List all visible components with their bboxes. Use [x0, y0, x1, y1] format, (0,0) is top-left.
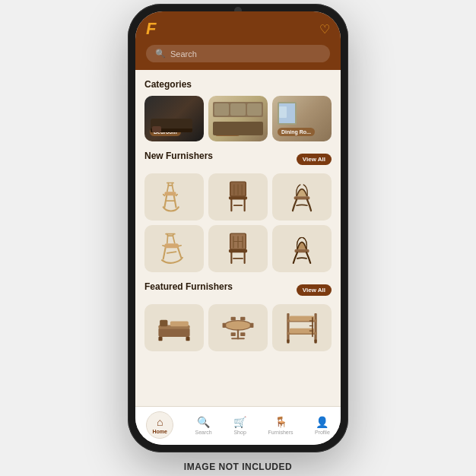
- svg-rect-10: [164, 243, 178, 248]
- app-header: F ♡ 🔍 Search: [135, 11, 341, 70]
- nav-search[interactable]: 🔍 Search: [195, 416, 212, 435]
- featured-furnishers-section: Featured Furnishers View All: [144, 281, 332, 351]
- header-top: F ♡: [146, 19, 330, 39]
- search-icon: 🔍: [155, 49, 166, 59]
- new-furnishers-title: New Furnishers: [144, 151, 213, 161]
- nav-furnishers[interactable]: 🪑 Furnishers: [268, 416, 294, 435]
- featured-grid: [144, 304, 332, 351]
- svg-rect-46: [314, 340, 316, 344]
- dining-bg: Dining Ro...: [272, 96, 332, 141]
- svg-rect-26: [186, 337, 189, 341]
- svg-point-27: [225, 321, 252, 331]
- featured-card-dining-table[interactable]: [208, 304, 268, 351]
- category-bedroom[interactable]: Bedroom: [144, 96, 204, 141]
- bedroom-bg: Bedroom: [144, 96, 204, 141]
- app-logo: F: [146, 19, 156, 39]
- search-nav-icon: 🔍: [197, 416, 210, 428]
- categories-row: Bedroom: [144, 96, 332, 141]
- image-note: IMAGE NOT INCLUDED: [184, 462, 292, 472]
- svg-rect-32: [240, 317, 245, 321]
- featured-card-bed[interactable]: [144, 304, 204, 351]
- home-icon: ⌂: [157, 416, 163, 428]
- nav-shop[interactable]: 🛒 Shop: [233, 416, 246, 435]
- furniture-card-lounge-chair[interactable]: [144, 225, 204, 272]
- categories-title: Categories: [144, 79, 332, 90]
- new-furnishers-section: New Furnishers View All: [144, 151, 332, 272]
- profile-icon: 👤: [316, 416, 328, 428]
- furniture-card-bentwood-chair-1[interactable]: [272, 173, 332, 221]
- svg-rect-0: [164, 192, 176, 195]
- nav-profile[interactable]: 👤 Profile: [315, 416, 330, 435]
- furnishers-icon: 🪑: [274, 416, 287, 428]
- svg-rect-45: [287, 340, 289, 344]
- bed-icon: [156, 311, 192, 344]
- furniture-card-dining-chair-1[interactable]: [208, 173, 268, 221]
- svg-rect-31: [231, 317, 236, 321]
- svg-rect-25: [158, 337, 162, 341]
- page-wrapper: F ♡ 🔍 Search Categories: [0, 0, 476, 476]
- featured-furnishers-view-all[interactable]: View All: [297, 284, 332, 296]
- furnishers-label: Furnishers: [268, 430, 294, 435]
- favorites-icon[interactable]: ♡: [319, 22, 330, 36]
- new-furnishers-view-all[interactable]: View All: [297, 154, 332, 165]
- category-dining[interactable]: Dining Ro...: [272, 96, 332, 141]
- svg-rect-34: [240, 332, 245, 336]
- phone-frame: F ♡ 🔍 Search Categories: [128, 4, 348, 452]
- search-label: Search: [195, 430, 212, 435]
- nav-home[interactable]: ⌂ Home: [146, 411, 173, 439]
- new-furnishers-grid: [144, 173, 332, 272]
- svg-rect-29: [223, 323, 227, 328]
- featured-furnishers-title: Featured Furnishers: [144, 281, 233, 292]
- bottom-nav: ⌂ Home 🔍 Search 🛒 Shop 🪑 Furnishers 👤: [135, 406, 341, 445]
- svg-rect-23: [160, 320, 167, 327]
- new-furnishers-header: New Furnishers View All: [144, 151, 332, 167]
- phone-screen: F ♡ 🔍 Search Categories: [135, 11, 341, 445]
- svg-rect-33: [231, 332, 236, 336]
- rocking-chair-icon: [158, 180, 190, 214]
- furniture-card-bentwood-chair-2[interactable]: [272, 225, 332, 272]
- categories-section: Categories Bedroom: [144, 79, 332, 141]
- kitchen-bg: Kitchen: [208, 96, 268, 141]
- shop-label: Shop: [233, 430, 246, 435]
- svg-rect-35: [287, 313, 289, 342]
- svg-rect-24: [170, 321, 189, 326]
- home-label: Home: [152, 429, 167, 434]
- svg-rect-40: [290, 316, 315, 321]
- svg-rect-21: [158, 328, 189, 337]
- dining-chair-1-icon: [224, 180, 252, 214]
- svg-rect-41: [312, 317, 313, 337]
- furniture-card-rocking-chair[interactable]: [144, 173, 204, 221]
- dining-label: Dining Ro...: [278, 128, 315, 136]
- scroll-content: Categories Bedroom: [135, 70, 341, 406]
- bentwood-chair-1-icon: [287, 180, 316, 214]
- dining-table-icon: [221, 313, 255, 343]
- featured-card-bunk-bed[interactable]: [272, 304, 332, 351]
- svg-rect-36: [314, 313, 316, 342]
- lounge-chair-icon: [158, 232, 190, 265]
- furniture-card-side-chair[interactable]: [208, 225, 268, 272]
- svg-rect-30: [250, 323, 254, 328]
- category-kitchen[interactable]: Kitchen: [208, 96, 268, 141]
- profile-label: Profile: [315, 430, 330, 435]
- side-chair-icon: [224, 232, 252, 265]
- bentwood-chair-2-icon: [287, 232, 316, 265]
- bunk-bed-icon: [284, 311, 319, 344]
- shop-icon: 🛒: [233, 416, 246, 428]
- search-placeholder: Search: [170, 49, 197, 59]
- search-bar[interactable]: 🔍 Search: [146, 45, 330, 62]
- featured-furnishers-header: Featured Furnishers View All: [144, 281, 332, 298]
